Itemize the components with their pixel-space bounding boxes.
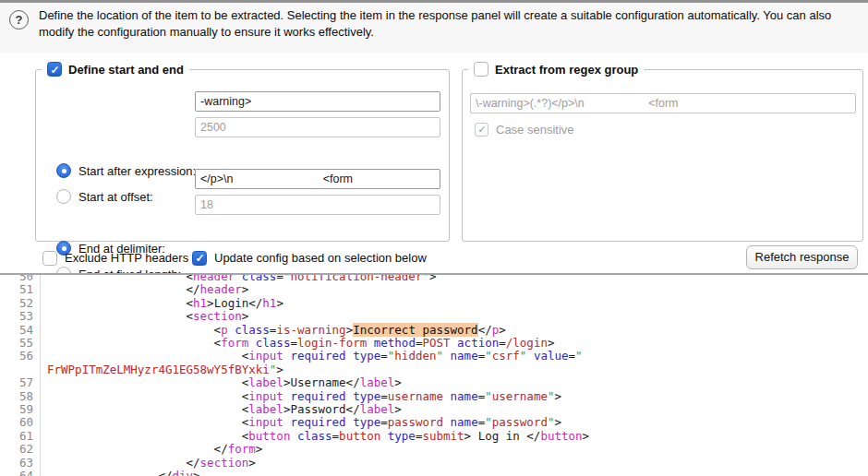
code-line-text[interactable]: <input required type=password name="pass… <box>41 416 561 429</box>
code-line[interactable]: 51 </header> <box>0 283 868 296</box>
code-token <box>290 429 297 443</box>
help-icon[interactable]: ? <box>9 10 29 30</box>
code-token: < <box>47 349 248 363</box>
code-line-text[interactable]: <label>Username</label> <box>41 376 402 389</box>
code-line[interactable]: 54 <p class=is-warning>Incorrect passwor… <box>0 324 868 337</box>
code-line-text[interactable]: <h1>Login</h1> <box>41 297 283 310</box>
code-token: > Log in </ <box>464 429 541 443</box>
code-token: button <box>248 429 290 443</box>
code-token: " <box>485 415 492 429</box>
code-token: section <box>193 309 242 323</box>
description-line-1: Define the location of the item to be ex… <box>39 7 859 24</box>
code-token: < <box>47 389 248 403</box>
code-token: </ <box>47 282 200 296</box>
code-line[interactable]: 56 <input required type="hidden" name="c… <box>0 350 868 363</box>
code-line-text[interactable]: <label>Password</label> <box>41 403 402 416</box>
code-token: < <box>47 323 221 337</box>
code-token: input <box>248 415 283 429</box>
code-token <box>451 336 458 350</box>
code-token: = <box>276 273 283 283</box>
code-line[interactable]: 53 <section> <box>0 310 868 323</box>
code-token: required <box>290 389 345 403</box>
refetch-response-button[interactable]: Refetch response <box>746 245 858 269</box>
code-token <box>248 336 256 350</box>
line-number: 61 <box>0 430 41 443</box>
line-number: 62 <box>0 443 41 456</box>
code-token: < <box>47 429 248 443</box>
extract-regex-checkbox[interactable] <box>474 62 488 77</box>
line-number: 53 <box>0 310 41 323</box>
code-token: < <box>47 273 193 283</box>
code-token: username <box>388 389 443 403</box>
start-after-expression-radio[interactable] <box>56 163 71 178</box>
code-line-text[interactable]: <section> <box>41 310 248 323</box>
code-line[interactable]: FrWPpITmZeLMHyzr4G1EG58wY5fBYxki"> <box>0 363 868 376</box>
code-token: </ <box>47 442 228 456</box>
code-line-text[interactable]: </section> <box>41 457 256 470</box>
code-line-text[interactable]: </form> <box>41 443 262 456</box>
code-token: notification-header <box>290 273 422 283</box>
code-token: < <box>47 296 193 310</box>
line-number: 63 <box>0 457 41 470</box>
code-line[interactable]: 60 <input required type=password name="p… <box>0 416 868 429</box>
code-token: > <box>554 389 561 403</box>
code-line[interactable]: 61 <button class=button type=submit> Log… <box>0 430 868 443</box>
code-line[interactable]: 58 <input required type=username name="u… <box>0 390 868 403</box>
line-number: 52 <box>0 297 41 310</box>
code-token: < <box>47 336 221 350</box>
line-number <box>0 363 41 376</box>
update-config-checkbox[interactable] <box>192 251 207 266</box>
code-token: > <box>499 323 506 337</box>
code-token: = <box>290 336 297 350</box>
code-line[interactable]: 63 </section> <box>0 457 868 470</box>
extract-item-dialog: ? Define the location of the item to be … <box>0 0 868 476</box>
start-after-expression-input[interactable] <box>195 91 440 112</box>
code-token: " <box>575 349 583 363</box>
end-at-delimiter-input[interactable] <box>195 169 440 189</box>
code-token: value <box>534 349 569 363</box>
code-token: < <box>47 309 193 323</box>
code-token: hidden <box>394 349 436 363</box>
code-token: < <box>47 415 248 429</box>
code-token: > <box>256 442 263 456</box>
code-token: name <box>451 349 478 363</box>
start-at-offset-radio[interactable] <box>56 189 71 204</box>
code-token: = <box>380 415 388 429</box>
define-start-end-checkbox[interactable] <box>47 62 62 77</box>
code-line-text[interactable]: </div> <box>41 470 200 476</box>
code-token: p <box>221 323 228 337</box>
line-number: 54 <box>0 324 41 337</box>
code-token: POST <box>422 336 450 350</box>
code-token: = <box>380 389 388 403</box>
exclude-http-headers-checkbox[interactable] <box>42 251 57 266</box>
start-at-offset-label: Start at offset: <box>78 190 153 204</box>
code-token: h1 <box>193 296 207 310</box>
code-token: required <box>290 415 345 429</box>
code-line[interactable]: 64 </div> <box>0 470 868 476</box>
code-token: </ <box>47 469 172 476</box>
code-line-text[interactable]: <p class=is-warning>Incorrect password</… <box>41 324 506 337</box>
start-at-offset-input <box>195 117 440 137</box>
code-token: form <box>221 336 248 350</box>
code-token: is-warning <box>276 323 345 337</box>
response-code-panel[interactable]: 50 <header class="notification-header">5… <box>0 273 868 476</box>
code-line-text[interactable]: </header> <box>41 283 248 296</box>
code-line[interactable]: 52 <h1>Login</h1> <box>0 297 868 310</box>
code-token: type <box>353 415 380 429</box>
extract-regex-group: Extract from regex group Case sensitive <box>462 69 863 242</box>
code-token: >Login</ <box>207 296 262 310</box>
code-line-text[interactable]: FrWPpITmZeLMHyzr4G1EG58wY5fBYxki"> <box>41 363 283 376</box>
code-line-text[interactable]: <input required type="hidden" name="csrf… <box>41 350 583 363</box>
code-line-text[interactable]: <input required type=username name="user… <box>41 390 561 403</box>
code-line[interactable]: 55 <form class=login-form method=POST ac… <box>0 337 868 350</box>
code-token: < <box>47 402 248 416</box>
code-line-text[interactable]: <form class=login-form method=POST actio… <box>41 337 554 350</box>
code-line[interactable]: 59 <label>Password</label> <box>0 403 868 416</box>
code-token: = <box>380 349 388 363</box>
code-token: = <box>332 429 340 443</box>
code-line-text[interactable]: <button class=button type=submit> Log in… <box>41 430 589 443</box>
code-line[interactable]: 62 </form> <box>0 443 868 456</box>
code-token: </ <box>478 323 492 337</box>
code-token: input <box>248 389 283 403</box>
code-line[interactable]: 57 <label>Username</label> <box>0 376 868 389</box>
